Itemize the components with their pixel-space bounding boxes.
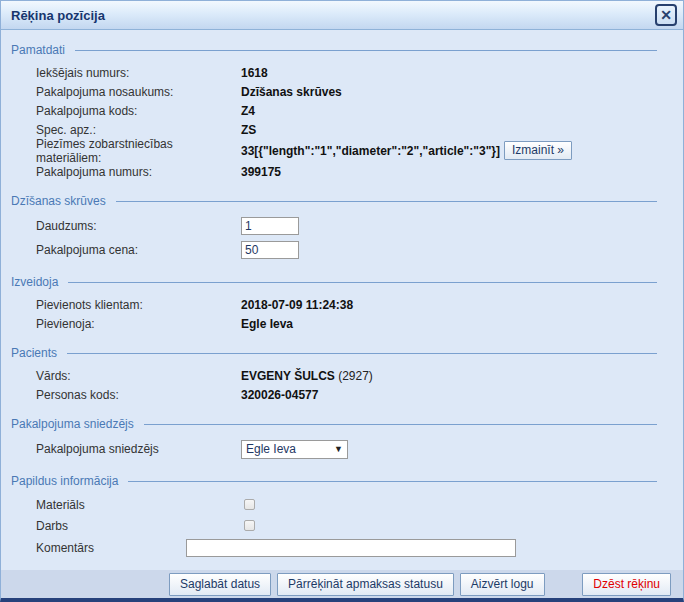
field-row-work: Darbs [36,515,657,536]
field-label: Pakalpojuma numurs: [36,165,241,179]
field-label: Spec. apz.: [36,123,241,137]
field-row-service-provider: Pakalpojuma sniedzējs Egle Ieva ▼ [36,437,657,461]
field-label: Pakalpojuma kods: [36,104,241,118]
section-rule [68,282,657,283]
field-label: Pakalpojuma cena: [36,243,241,257]
field-row-dental-materials-note: Piezīmes zobarstniecības materiāliem: 33… [36,139,657,162]
change-button[interactable]: Izmainīt » [504,141,572,160]
section-title: Pamatdati [11,43,65,57]
section-rule [116,201,657,202]
field-row-service-code: Pakalpojuma kods: Z4 [36,101,657,120]
field-row-comment: Komentārs [36,536,657,560]
save-button[interactable]: Saglabāt datus [169,573,271,596]
dialog-content: Pamatdati Iekšējais numurs: 1618 Pakalpo… [1,43,683,602]
section-heading-papildus: Papildus informācija [11,474,657,488]
section-heading-dzisanas-skruves: Dzīšanas skrūves [11,194,657,208]
close-window-button[interactable]: Aizvērt logu [460,573,545,596]
quantity-input[interactable] [241,217,299,235]
dialog-title: Rēķina pozīcija [11,8,105,23]
material-checkbox[interactable] [244,499,255,510]
field-row-material: Materiāls [36,494,657,515]
field-value: 1618 [241,66,268,80]
section-heading-sniedzejs: Pakalpojuma sniedzējs [11,417,657,431]
selected-option: Egle Ieva [246,442,296,456]
field-label: Materiāls [36,498,241,512]
field-row-personal-code: Personas kods: 320026-04577 [36,385,657,404]
section-title: Dzīšanas skrūves [11,194,106,208]
field-row-quantity: Daudzums: [36,214,657,238]
field-label: Iekšējais numurs: [36,66,241,80]
field-row-service-number: Pakalpojuma numurs: 399175 [36,162,657,181]
field-value: Egle Ieva [241,317,293,331]
patient-name: EVGENY ŠULCS [241,369,335,383]
section-heading-pacients: Pacients [11,346,657,360]
field-value: 320026-04577 [241,388,318,402]
chevron-down-icon: ▼ [334,444,343,454]
section-rule [144,424,657,425]
section-title: Izveidoja [11,275,58,289]
field-label: Pakalpojuma sniedzējs [36,442,241,456]
section-rule [67,353,657,354]
field-value: ZS [241,123,256,137]
section-heading-izveidoja: Izveidoja [11,275,657,289]
field-value: Z4 [241,104,255,118]
field-value: EVGENY ŠULCS (2927) [241,369,373,383]
field-row-added-by: Pievienoja: Egle Ieva [36,314,657,333]
field-label: Pievienots klientam: [36,298,241,312]
section-title: Papildus informācija [11,474,118,488]
service-provider-select[interactable]: Egle Ieva ▼ [241,440,348,459]
recalculate-status-button[interactable]: Pārrēķināt apmaksas statusu [277,573,454,596]
section-rule [75,50,657,51]
invoice-position-dialog: Rēķina pozīcija ✕ Pamatdati Iekšējais nu… [0,0,684,602]
service-price-input[interactable] [241,241,299,259]
footer-button-bar: Saglabāt datus Pārrēķināt apmaksas statu… [1,570,683,598]
work-checkbox[interactable] [244,520,255,531]
field-label: Personas kods: [36,388,241,402]
field-value: 399175 [241,165,281,179]
comment-input[interactable] [186,539,516,557]
section-rule [128,481,657,482]
delete-invoice-button[interactable]: Dzēst rēķinu [582,573,671,596]
section-title: Pacients [11,346,57,360]
close-icon[interactable]: ✕ [655,4,677,26]
field-label: Darbs [36,519,241,533]
field-row-service-price: Pakalpojuma cena: [36,238,657,262]
field-label: Pakalpojuma nosaukums: [36,85,241,99]
field-row-patient-name: Vārds: EVGENY ŠULCS (2927) [36,366,657,385]
field-label: Daudzums: [36,219,241,233]
dialog-titlebar: Rēķina pozīcija ✕ [1,1,683,30]
field-row-service-name: Pakalpojuma nosaukums: Dzīšanas skrūves [36,82,657,101]
field-label: Piezīmes zobarstniecības materiāliem: [36,137,241,165]
field-value: 33[{"length":"1","diameter":"2","article… [241,144,500,158]
section-heading-pamatdati: Pamatdati [11,43,657,57]
section-title: Pakalpojuma sniedzējs [11,417,134,431]
field-value: 2018-07-09 11:24:38 [241,298,353,312]
field-row-added-to-client: Pievienots klientam: 2018-07-09 11:24:38 [36,295,657,314]
field-value: Dzīšanas skrūves [241,85,342,99]
field-row-internal-number: Iekšējais numurs: 1618 [36,63,657,82]
field-label: Pievienoja: [36,317,241,331]
field-label: Vārds: [36,369,241,383]
patient-id: (2927) [338,369,373,383]
field-label: Komentārs [36,541,186,555]
